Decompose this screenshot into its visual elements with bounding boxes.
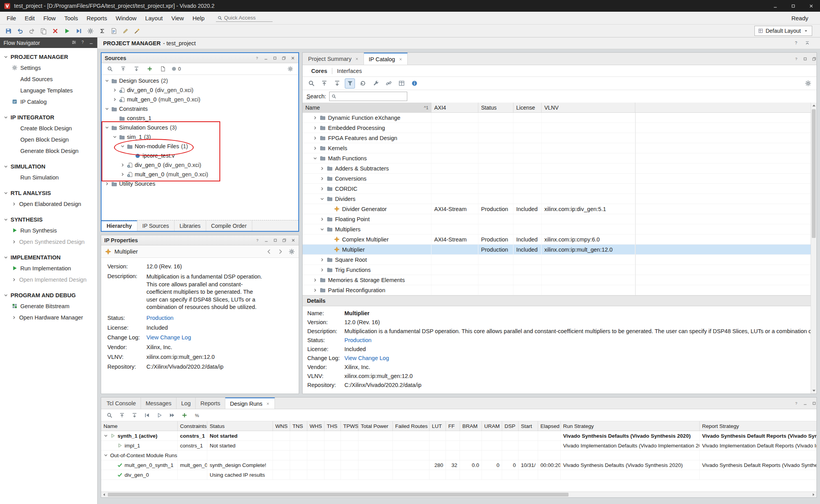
catalog-row[interactable]: Divider GeneratorAXI4-StreamProductionIn…: [303, 204, 816, 214]
close-icon[interactable]: [266, 402, 270, 406]
source-tree-item[interactable]: ipcore_test.v: [102, 151, 298, 160]
forward-icon[interactable]: [277, 248, 283, 255]
step-button[interactable]: [73, 26, 84, 36]
chevron-right-icon[interactable]: [313, 146, 317, 151]
menu-reports[interactable]: Reports: [82, 13, 112, 23]
wrench-button[interactable]: [371, 78, 381, 89]
flow-section-project-manager[interactable]: PROJECT MANAGER: [0, 52, 97, 62]
chevron-down-icon[interactable]: [320, 227, 324, 232]
info-button[interactable]: [409, 78, 419, 89]
catalog-row[interactable]: CORDIC: [303, 184, 816, 194]
horizontal-scrollbar[interactable]: [101, 492, 816, 497]
help-icon[interactable]: ?: [793, 41, 799, 46]
tab-reports[interactable]: Reports: [196, 398, 225, 409]
restore-default-button[interactable]: [358, 78, 368, 89]
chevron-right-icon[interactable]: [320, 257, 324, 262]
catalog-search-input-box[interactable]: [329, 92, 407, 101]
minimize-button[interactable]: [766, 0, 784, 12]
scroll-down-icon[interactable]: [811, 388, 817, 394]
column-header-ths[interactable]: THS: [324, 421, 341, 431]
source-tree-item[interactable]: div_gen_0 (div_gen_0.xci): [102, 160, 298, 170]
close-icon[interactable]: [291, 56, 295, 60]
catalog-row[interactable]: Kernels: [303, 143, 816, 153]
gear-button[interactable]: [85, 26, 95, 36]
tab-tcl-console[interactable]: Tcl Console: [102, 398, 141, 409]
minimize-icon[interactable]: [264, 56, 268, 60]
column-header-status[interactable]: Status: [207, 421, 273, 431]
chevron-down-icon[interactable]: [4, 293, 8, 298]
collapse-all-button[interactable]: [319, 78, 329, 89]
chevron-right-icon[interactable]: [313, 136, 317, 140]
float-icon[interactable]: [812, 57, 816, 61]
play-outline-button[interactable]: [155, 410, 164, 420]
catalog-row[interactable]: Floating Point: [303, 214, 816, 224]
source-tree-item[interactable]: sim_1 (3): [102, 132, 298, 142]
design-run-row[interactable]: Out-of-Context Module Runs: [101, 451, 816, 460]
help-icon[interactable]: ?: [80, 40, 85, 45]
file-info-button[interactable]: [158, 64, 168, 74]
scroll-right-icon[interactable]: [811, 492, 816, 497]
help-icon[interactable]: ?: [255, 238, 260, 243]
collapse-panel-icon[interactable]: [805, 41, 810, 46]
flow-item-add-sources[interactable]: Add Sources: [0, 73, 97, 85]
catalog-row[interactable]: FPGA Features and Design: [303, 133, 816, 143]
design-run-row[interactable]: synth_1 (active)constrs_1Not startedViva…: [101, 431, 816, 441]
column-header-tns[interactable]: TNS: [290, 421, 307, 431]
layout-selector[interactable]: Default Layout: [754, 26, 812, 36]
search-button[interactable]: [105, 410, 114, 420]
close-button[interactable]: [802, 0, 820, 12]
link-button[interactable]: [383, 78, 394, 89]
tab-ip-catalog[interactable]: IP Catalog: [364, 53, 407, 65]
minimize-icon[interactable]: [803, 401, 808, 406]
scrollbar-thumb[interactable]: [812, 109, 816, 238]
design-run-row[interactable]: div_gen_0Using cached IP results: [101, 470, 816, 480]
expand-all-button[interactable]: [130, 410, 139, 420]
source-tree-item[interactable]: Design Sources (2): [102, 76, 298, 85]
help-icon[interactable]: ?: [794, 57, 799, 61]
source-tree-item[interactable]: Non-module Files (1): [102, 142, 298, 151]
design-run-row[interactable]: impl_1constrs_1Not startedVivado Impleme…: [101, 441, 816, 451]
tab-compile-order[interactable]: Compile Order: [206, 220, 252, 231]
maximize-icon[interactable]: [273, 56, 277, 60]
chevron-down-icon[interactable]: [103, 433, 108, 438]
wand-button[interactable]: [132, 26, 142, 36]
save-button[interactable]: [3, 26, 13, 36]
catalog-search-input[interactable]: [338, 94, 405, 99]
subtab-cores[interactable]: Cores: [307, 68, 332, 74]
flow-section-simulation[interactable]: SIMULATION: [0, 161, 97, 172]
catalog-row[interactable]: Dynamic Function eXchange: [303, 113, 816, 123]
flow-item-open-elaborated-design[interactable]: Open Elaborated Design: [0, 198, 97, 209]
property-value[interactable]: Production: [146, 315, 173, 321]
source-tree-item[interactable]: div_gen_0 (div_gen_0.xci): [102, 85, 298, 95]
sigma-button[interactable]: [97, 26, 107, 36]
flow-item-settings[interactable]: Settings: [0, 62, 97, 73]
add-plus-button[interactable]: [180, 410, 189, 420]
flow-item-open-hardware-manager[interactable]: Open Hardware Manager: [0, 312, 97, 323]
catalog-row[interactable]: Dividers: [303, 194, 816, 204]
flow-item-run-synthesis[interactable]: Run Synthesis: [0, 225, 97, 236]
chevron-down-icon[interactable]: [313, 156, 317, 161]
minimize-icon[interactable]: [89, 40, 94, 45]
column-header-whs[interactable]: WHS: [307, 421, 324, 431]
quick-access-search[interactable]: [216, 14, 273, 22]
column-header-constraints[interactable]: Constraints: [178, 421, 207, 431]
chevron-down-icon[interactable]: [105, 125, 109, 130]
column-header-uram[interactable]: URAM: [482, 421, 502, 431]
chevron-down-icon[interactable]: [103, 453, 108, 458]
catalog-row[interactable]: Trig Functions: [303, 265, 816, 275]
table-button[interactable]: [396, 78, 406, 89]
column-header-vlnv[interactable]: VLNV: [542, 103, 635, 112]
flow-item-generate-bitstream[interactable]: Generate Bitstream: [0, 300, 97, 312]
float-icon[interactable]: [282, 56, 286, 60]
column-header-name[interactable]: Name: [101, 421, 178, 431]
menu-window[interactable]: Window: [111, 13, 141, 23]
flow-item-language-templates[interactable]: Language Templates: [0, 85, 97, 96]
source-tree-item[interactable]: constrs_1: [102, 114, 298, 123]
report-button[interactable]: [109, 26, 119, 36]
chevron-down-icon[interactable]: [4, 164, 8, 169]
undo-button[interactable]: [15, 26, 25, 36]
maximize-icon[interactable]: [803, 57, 808, 61]
maximize-icon[interactable]: [812, 401, 816, 406]
chevron-down-icon[interactable]: [120, 144, 125, 149]
scroll-left-icon[interactable]: [101, 492, 107, 497]
